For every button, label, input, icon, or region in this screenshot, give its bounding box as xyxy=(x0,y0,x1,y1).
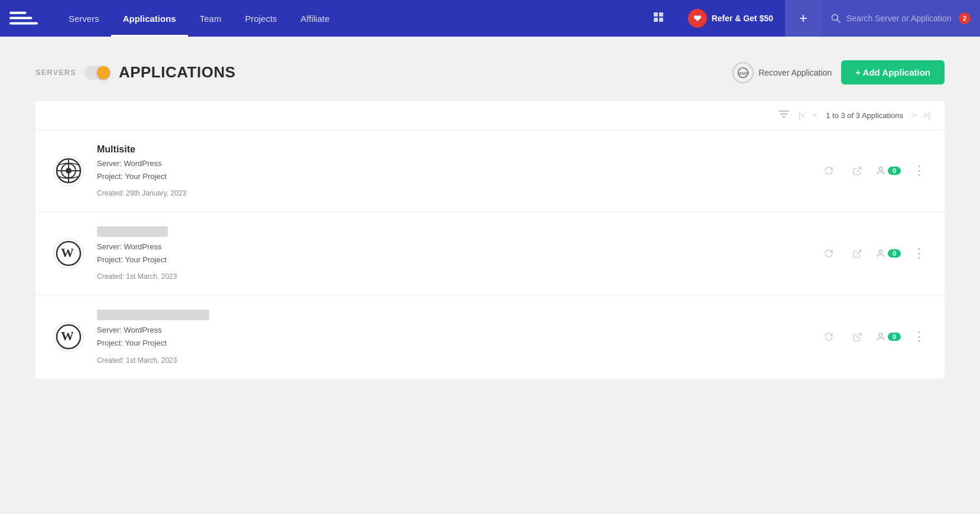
svg-text:www: www xyxy=(738,70,749,76)
logo[interactable] xyxy=(9,9,38,28)
svg-text:W: W xyxy=(61,328,74,343)
user-badge-1[interactable]: 0 xyxy=(876,166,901,175)
notification-badge: 2 xyxy=(959,12,971,24)
header-actions: www Recover Application + Add Applicatio… xyxy=(732,60,945,84)
table-row: W Server: WordPressProject: Your Project… xyxy=(35,212,945,295)
app-date-3: Created: 1st March, 2023 xyxy=(97,356,807,365)
search-area: 2 xyxy=(822,0,980,37)
external-link-icon-1[interactable] xyxy=(848,161,867,180)
last-page-button[interactable]: >| xyxy=(921,109,933,121)
svg-rect-6 xyxy=(659,18,663,22)
card-header: |< < 1 to 3 of 3 Applications > >| xyxy=(35,101,945,130)
add-application-button[interactable]: + Add Application xyxy=(841,60,945,84)
user-count-1: 0 xyxy=(888,167,901,175)
refresh-icon-1[interactable] xyxy=(819,161,838,180)
app-date-2: Created: 1st March, 2023 xyxy=(97,272,807,281)
app-name-blurred-3 xyxy=(97,310,209,320)
external-link-icon-2[interactable] xyxy=(848,244,867,263)
app-icon-multisite xyxy=(52,154,85,187)
nav-affiliate[interactable]: Affiliate xyxy=(289,0,342,37)
svg-rect-0 xyxy=(9,12,27,14)
nav-projects[interactable]: Projects xyxy=(233,0,288,37)
nav-links: Servers Applications Team Projects Affil… xyxy=(57,0,342,37)
svg-line-8 xyxy=(838,20,841,23)
toggle-dot xyxy=(97,66,110,79)
pagination-info: |< < 1 to 3 of 3 Applications > >| xyxy=(796,109,933,121)
user-badge-3[interactable]: 0 xyxy=(876,332,901,341)
more-menu-3[interactable]: ⋮ xyxy=(910,329,928,344)
search-input[interactable] xyxy=(846,14,953,23)
svg-line-26 xyxy=(856,250,861,255)
app-actions-2: 0 ⋮ xyxy=(819,244,928,263)
apps-grid-icon[interactable] xyxy=(645,0,674,37)
svg-rect-3 xyxy=(654,12,658,17)
recover-button[interactable]: www Recover Application xyxy=(732,62,832,83)
svg-line-21 xyxy=(856,167,861,172)
more-menu-2[interactable]: ⋮ xyxy=(910,246,928,261)
app-icon-3: W xyxy=(52,320,85,353)
main-content: SERVERS APPLICATIONS www Recover Applica… xyxy=(0,37,980,514)
nav-right: ❤ Refer & Get $50 + 2 xyxy=(645,0,980,37)
svg-point-32 xyxy=(879,333,882,336)
app-name-blurred-2 xyxy=(97,226,168,237)
toggle-area[interactable] xyxy=(85,66,111,80)
prev-page-button[interactable]: < xyxy=(810,109,820,121)
svg-rect-1 xyxy=(9,17,32,19)
nav-applications[interactable]: Applications xyxy=(111,0,188,37)
app-icon-2: W xyxy=(52,237,85,270)
navbar: Servers Applications Team Projects Affil… xyxy=(0,0,980,37)
applications-card: |< < 1 to 3 of 3 Applications > >| xyxy=(35,101,945,379)
pagination-text: 1 to 3 of 3 Applications xyxy=(822,111,907,120)
app-meta-3: Server: WordPressProject: Your Project xyxy=(97,324,807,350)
app-date-1: Created: 29th January, 2023 xyxy=(97,189,807,197)
nav-team[interactable]: Team xyxy=(188,0,233,37)
add-app-label: + Add Application xyxy=(855,67,930,77)
refresh-icon-2[interactable] xyxy=(819,244,838,263)
user-count-2: 0 xyxy=(888,249,901,258)
app-meta-2: Server: WordPressProject: Your Project xyxy=(97,240,807,266)
first-page-button[interactable]: |< xyxy=(796,109,808,121)
recover-label: Recover Application xyxy=(758,68,832,77)
next-page-button[interactable]: > xyxy=(909,109,919,121)
heart-icon: ❤ xyxy=(688,9,707,28)
page-header: SERVERS APPLICATIONS www Recover Applica… xyxy=(35,60,945,84)
user-badge-2[interactable]: 0 xyxy=(876,249,901,258)
table-row: W Server: WordPressProject: Your Project… xyxy=(35,295,945,378)
svg-rect-4 xyxy=(659,12,663,17)
svg-line-31 xyxy=(856,333,861,338)
external-link-icon-3[interactable] xyxy=(848,327,867,346)
refresh-icon-3[interactable] xyxy=(819,327,838,346)
user-count-3: 0 xyxy=(888,333,901,341)
svg-rect-2 xyxy=(9,22,38,24)
app-meta-1: Server: WordPressProject: Your Project xyxy=(97,157,807,183)
svg-rect-5 xyxy=(654,18,658,22)
filter-icon[interactable] xyxy=(778,110,789,121)
app-info-3: Server: WordPressProject: Your Project C… xyxy=(97,310,807,364)
nav-servers[interactable]: Servers xyxy=(57,0,111,37)
app-actions-1: 0 ⋮ xyxy=(819,161,928,180)
app-info-2: Server: WordPressProject: Your Project C… xyxy=(97,226,807,281)
page-title: APPLICATIONS xyxy=(119,63,236,82)
app-info-1: Multisite Server: WordPressProject: Your… xyxy=(97,144,807,197)
search-icon xyxy=(831,14,841,23)
view-toggle[interactable] xyxy=(85,66,111,80)
svg-point-22 xyxy=(879,167,882,170)
refer-label: Refer & Get $50 xyxy=(712,14,773,23)
add-button[interactable]: + xyxy=(785,0,822,37)
svg-text:W: W xyxy=(61,245,74,260)
breadcrumb-servers[interactable]: SERVERS xyxy=(35,68,76,77)
app-actions-3: 0 ⋮ xyxy=(819,327,928,346)
app-name-1: Multisite xyxy=(97,144,807,155)
refer-button[interactable]: ❤ Refer & Get $50 xyxy=(676,0,785,37)
table-row: Multisite Server: WordPressProject: Your… xyxy=(35,130,945,212)
svg-point-27 xyxy=(879,250,882,253)
more-menu-1[interactable]: ⋮ xyxy=(910,163,928,178)
recover-icon: www xyxy=(732,62,754,83)
